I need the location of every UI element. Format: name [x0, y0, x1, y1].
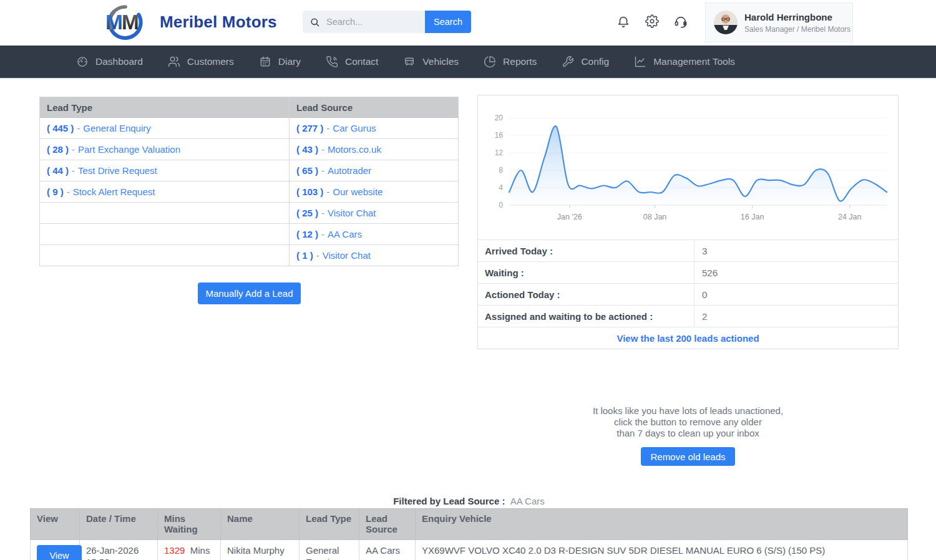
separator: -	[72, 165, 75, 176]
cell-date-time: 26-Jan-2026 15:50	[80, 540, 158, 560]
mins-unit: Mins	[188, 545, 210, 556]
lead-label-link[interactable]: Stock Alert Request	[73, 186, 155, 197]
lead-summary-tables: Lead Type ( 445 ) - General Enquiry ( 28…	[39, 97, 459, 266]
nav-item-contact[interactable]: Contact	[326, 56, 378, 68]
nav-item-vehicles[interactable]: Vehicles	[403, 56, 459, 68]
lead-count-link[interactable]: ( 1 )	[296, 250, 313, 261]
stat-value: 526	[695, 262, 718, 283]
cleanup-line-3: than 7 days to clean up your inbox	[477, 428, 899, 439]
lead-source-row[interactable]: ( 25 ) - Visitor Chat	[290, 203, 458, 224]
lead-type-row[interactable]: ( 28 ) - Part Exchange Valuation	[40, 139, 289, 160]
nav-label: Diary	[278, 56, 301, 67]
remove-old-leads-button[interactable]: Remove old leads	[641, 447, 734, 466]
reports-pie-icon	[484, 56, 496, 68]
nav-item-dashboard[interactable]: Dashboard	[76, 56, 143, 68]
stat-value: 2	[695, 306, 707, 327]
empty-row	[40, 203, 289, 224]
cleanup-line-1: It looks like you have lots of leads una…	[477, 405, 899, 417]
col-date-time: Date / Time	[80, 509, 158, 540]
search-box[interactable]	[303, 11, 425, 33]
search-bar: Search	[303, 11, 471, 33]
nav-item-reports[interactable]: Reports	[484, 56, 537, 68]
col-enquiry-vehicle: Enquiry Vehicle	[416, 509, 908, 540]
leads-table-header-row: View Date / Time Mins Waiting Name Lead …	[31, 509, 908, 540]
user-info: Harold Herringbone Sales Manager / Merib…	[744, 12, 851, 34]
col-lead-type: Lead Type	[300, 509, 359, 540]
leads-area-chart: 048121620Jan '2608 Jan16 Jan24 Jan	[478, 95, 898, 239]
lead-time: 15:50	[86, 556, 151, 560]
lead-date: 26-Jan-2026	[86, 544, 151, 556]
svg-text:16: 16	[495, 131, 504, 140]
lead-source-row[interactable]: ( 12 ) - AA Cars	[290, 224, 458, 245]
stat-label: Arrived Today :	[478, 240, 695, 261]
nav-label: Contact	[345, 56, 378, 67]
nav-item-diary[interactable]: Diary	[259, 56, 301, 68]
lead-count-link[interactable]: ( 65 )	[296, 165, 318, 176]
cleanup-line-2: click the button to remove any older	[477, 417, 899, 428]
lead-label-link[interactable]: Our website	[333, 186, 383, 197]
lead-source-row[interactable]: ( 277 ) - Car Gurus	[290, 118, 458, 139]
lead-count-link[interactable]: ( 103 )	[296, 186, 323, 197]
view-lead-button[interactable]: View	[37, 545, 82, 560]
nav-item-customers[interactable]: Customers	[168, 56, 234, 68]
svg-text:M: M	[105, 11, 123, 34]
lead-count-link[interactable]: ( 445 )	[47, 123, 74, 133]
customers-icon	[168, 56, 180, 68]
separator: -	[326, 123, 329, 133]
nav-item-management-tools[interactable]: Management Tools	[634, 56, 735, 68]
lead-count-link[interactable]: ( 28 )	[47, 144, 69, 155]
lead-source-row[interactable]: ( 43 ) - Motors.co.uk	[290, 139, 458, 160]
stat-row-waiting: Waiting : 526	[478, 261, 898, 283]
empty-row	[40, 245, 289, 266]
lead-label-link[interactable]: Car Gurus	[333, 123, 376, 133]
lead-type-row[interactable]: ( 9 ) - Stock Alert Request	[40, 181, 289, 203]
col-lead-source: Lead Source	[359, 509, 416, 540]
lead-label-link[interactable]: Motors.co.uk	[328, 144, 381, 155]
support-headset-icon[interactable]	[674, 14, 688, 28]
lead-count-link[interactable]: ( 43 )	[296, 144, 318, 155]
view-last-200-link[interactable]: View the last 200 leads actioned	[617, 333, 759, 344]
user-panel[interactable]: Harold Herringbone Sales Manager / Merib…	[705, 2, 853, 42]
separator: -	[321, 144, 324, 155]
lead-count-link[interactable]: ( 9 )	[47, 186, 64, 197]
lead-source-row[interactable]: ( 65 ) - Autotrader	[290, 160, 458, 181]
lead-label-link[interactable]: Autotrader	[328, 165, 371, 176]
stat-label: Actioned Today :	[478, 284, 695, 305]
lead-label-link[interactable]: Visitor Chat	[323, 250, 371, 261]
leads-overview-panel: 048121620Jan '2608 Jan16 Jan24 Jan Arriv…	[477, 95, 899, 349]
lead-label-link[interactable]: Test Drive Request	[78, 165, 157, 176]
settings-gear-icon[interactable]	[645, 14, 659, 28]
separator: -	[326, 186, 329, 197]
lead-source-row[interactable]: ( 1 ) - Visitor Chat	[290, 245, 458, 266]
lead-label-link[interactable]: General Enquiry	[83, 123, 150, 133]
lead-label-link[interactable]: AA Cars	[328, 229, 362, 239]
config-wrench-icon	[562, 56, 574, 68]
notifications-bell-icon[interactable]	[617, 14, 630, 28]
lead-label-link[interactable]: Part Exchange Valuation	[78, 144, 180, 155]
lead-count-link[interactable]: ( 25 )	[296, 208, 318, 218]
lead-count-link[interactable]: ( 12 )	[296, 229, 318, 239]
lead-label-link[interactable]: Visitor Chat	[328, 208, 376, 218]
lead-type-row[interactable]: ( 44 ) - Test Drive Request	[40, 160, 289, 181]
manually-add-lead-button[interactable]: Manually Add a Lead	[198, 282, 301, 304]
stat-row-arrived-today: Arrived Today : 3	[478, 239, 898, 261]
col-view: View	[31, 509, 80, 540]
stat-label: Waiting :	[478, 262, 695, 283]
lead-type-header: Lead Type	[40, 97, 289, 118]
lead-count-link[interactable]: ( 277 )	[296, 123, 323, 133]
lead-count-link[interactable]: ( 44 )	[47, 165, 69, 176]
contact-phone-icon	[326, 56, 338, 68]
search-button[interactable]: Search	[425, 11, 471, 33]
cell-mins-waiting: 1329 Mins	[158, 540, 221, 560]
lead-source-row[interactable]: ( 103 ) - Our website	[290, 181, 458, 203]
nav-item-config[interactable]: Config	[562, 56, 609, 68]
nav-label: Management Tools	[653, 56, 735, 67]
filter-label: Filtered by Lead Source :	[393, 496, 505, 506]
cell-lead-source: AA Cars	[359, 540, 416, 560]
search-input[interactable]	[325, 16, 421, 27]
lead-type-table: Lead Type ( 445 ) - General Enquiry ( 28…	[39, 97, 289, 266]
nav-label: Config	[581, 56, 609, 67]
cell-name: Nikita Murphy	[221, 540, 300, 560]
mins-waiting-value: 1329	[164, 545, 185, 556]
lead-type-row[interactable]: ( 445 ) - General Enquiry	[40, 118, 289, 139]
